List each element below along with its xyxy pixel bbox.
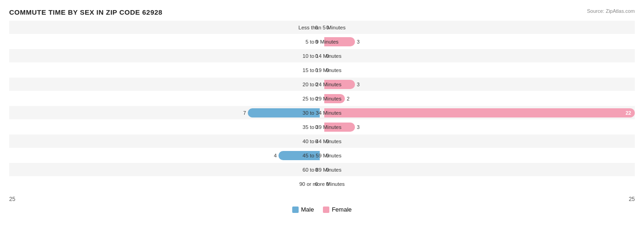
male-value: 0 xyxy=(311,82,318,87)
right-section: 3 xyxy=(322,78,635,91)
legend-female: Female xyxy=(323,206,351,213)
right-section: 0 xyxy=(322,49,635,62)
female-label: Female xyxy=(332,206,351,213)
left-section: 0 xyxy=(9,120,322,134)
female-value: 0 xyxy=(326,153,333,158)
bar-row: 040 to 44 Minutes0 xyxy=(9,134,635,148)
axis-left: 25 xyxy=(9,196,15,202)
legend-male: Male xyxy=(292,206,314,213)
male-value: 0 xyxy=(311,39,318,45)
male-bar xyxy=(248,108,320,117)
right-section: 0 xyxy=(322,149,635,162)
bar-row: 035 to 39 Minutes3 xyxy=(9,120,635,134)
bar-row: 025 to 29 Minutes2 xyxy=(9,92,635,105)
male-value: 0 xyxy=(311,139,318,144)
right-section: 0 xyxy=(322,21,635,34)
female-value: 0 xyxy=(326,25,333,30)
bar-row: 445 to 59 Minutes0 xyxy=(9,149,635,162)
female-bar xyxy=(324,80,355,89)
axis-labels: 25 25 xyxy=(9,196,635,202)
source-text: Source: ZipAtlas.com xyxy=(587,8,635,14)
female-swatch xyxy=(323,207,329,213)
male-value: 0 xyxy=(311,67,318,73)
bar-row: 05 to 9 Minutes3 xyxy=(9,35,635,48)
female-value: 2 xyxy=(347,96,354,101)
bar-row: 0Less than 5 Minutes0 xyxy=(9,21,635,34)
left-section: 7 xyxy=(9,106,322,119)
male-value: 4 xyxy=(269,153,277,158)
male-swatch xyxy=(292,207,299,213)
right-section: 3 xyxy=(322,120,635,134)
left-section: 0 xyxy=(9,21,322,34)
male-value: 0 xyxy=(311,96,318,101)
left-section: 0 xyxy=(9,134,322,148)
left-section: 0 xyxy=(9,49,322,62)
bar-row: 090 or more Minutes0 xyxy=(9,177,635,190)
left-section: 0 xyxy=(9,63,322,77)
right-section: 0 xyxy=(322,134,635,148)
male-value: 0 xyxy=(311,25,318,30)
left-section: 0 xyxy=(9,163,322,176)
axis-right: 25 xyxy=(629,196,635,202)
male-value: 0 xyxy=(311,167,318,173)
female-value: 0 xyxy=(326,67,333,73)
right-section: 3 xyxy=(322,35,635,48)
female-value: 0 xyxy=(326,139,333,144)
bar-row: 730 to 34 Minutes2222 xyxy=(9,106,635,119)
female-value: 3 xyxy=(357,39,364,45)
bar-row: 060 to 89 Minutes0 xyxy=(9,163,635,176)
female-value: 0 xyxy=(326,181,333,187)
bar-row: 020 to 24 Minutes3 xyxy=(9,78,635,91)
left-section: 0 xyxy=(9,35,322,48)
female-bar: 22 xyxy=(324,108,635,117)
female-bar xyxy=(324,37,355,46)
right-section: 0 xyxy=(322,163,635,176)
bar-row: 015 to 19 Minutes0 xyxy=(9,63,635,77)
female-value: 3 xyxy=(357,82,364,87)
chart-title: COMMUTE TIME BY SEX IN ZIP CODE 62928 xyxy=(9,8,635,16)
male-value: 0 xyxy=(311,53,318,59)
bar-row: 010 to 14 Minutes0 xyxy=(9,49,635,62)
male-bar xyxy=(278,151,320,160)
left-section: 0 xyxy=(9,177,322,190)
right-section: 0 xyxy=(322,63,635,77)
chart-container: COMMUTE TIME BY SEX IN ZIP CODE 62928 So… xyxy=(0,0,644,240)
female-value: 3 xyxy=(357,124,364,130)
right-section: 2 xyxy=(322,92,635,105)
left-section: 0 xyxy=(9,92,322,105)
right-section: 0 xyxy=(322,177,635,190)
legend: Male Female xyxy=(9,206,635,213)
female-value: 0 xyxy=(326,53,333,59)
male-label: Male xyxy=(301,206,314,213)
male-value: 0 xyxy=(311,124,318,130)
right-section: 2222 xyxy=(322,106,635,119)
female-bar xyxy=(324,94,345,103)
left-section: 4 xyxy=(9,149,322,162)
left-section: 0 xyxy=(9,78,322,91)
female-value: 0 xyxy=(326,167,333,173)
female-bar xyxy=(324,123,355,132)
male-value: 7 xyxy=(239,110,246,116)
male-value: 0 xyxy=(311,181,318,187)
chart-area: 0Less than 5 Minutes005 to 9 Minutes3010… xyxy=(9,21,635,195)
